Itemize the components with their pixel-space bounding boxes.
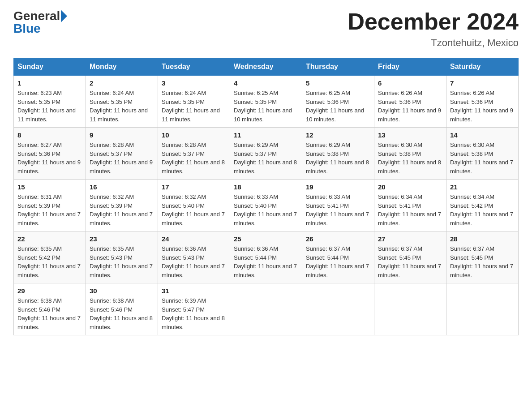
calendar-cell: 20Sunrise: 6:34 AMSunset: 5:41 PMDayligh… <box>374 180 446 231</box>
week-row-2: 8Sunrise: 6:27 AMSunset: 5:36 PMDaylight… <box>14 128 519 180</box>
calendar-cell: 4Sunrise: 6:25 AMSunset: 5:35 PMDaylight… <box>230 76 302 128</box>
day-info: Sunrise: 6:24 AMSunset: 5:35 PMDaylight:… <box>90 89 154 124</box>
day-info: Sunrise: 6:30 AMSunset: 5:38 PMDaylight:… <box>378 141 442 176</box>
day-number: 16 <box>90 183 154 191</box>
calendar-cell: 26Sunrise: 6:37 AMSunset: 5:44 PMDayligh… <box>302 231 374 283</box>
column-header-monday: Monday <box>86 58 158 76</box>
day-info: Sunrise: 6:38 AMSunset: 5:46 PMDaylight:… <box>90 296 154 331</box>
day-number: 18 <box>234 183 298 191</box>
day-number: 13 <box>378 131 442 139</box>
calendar-cell <box>446 283 519 335</box>
day-info: Sunrise: 6:35 AMSunset: 5:42 PMDaylight:… <box>17 244 82 279</box>
day-info: Sunrise: 6:39 AMSunset: 5:47 PMDaylight:… <box>162 296 226 331</box>
logo-blue-text: Blue <box>13 21 41 36</box>
calendar-cell: 15Sunrise: 6:31 AMSunset: 5:39 PMDayligh… <box>14 180 86 231</box>
calendar-cell: 30Sunrise: 6:38 AMSunset: 5:46 PMDayligh… <box>86 283 158 335</box>
calendar-table: SundayMondayTuesdayWednesdayThursdayFrid… <box>13 58 519 335</box>
column-header-saturday: Saturday <box>446 58 519 76</box>
calendar-cell: 5Sunrise: 6:25 AMSunset: 5:36 PMDaylight… <box>302 76 374 128</box>
day-number: 3 <box>162 79 226 87</box>
day-info: Sunrise: 6:25 AMSunset: 5:36 PMDaylight:… <box>306 89 370 124</box>
day-info: Sunrise: 6:38 AMSunset: 5:46 PMDaylight:… <box>17 296 82 331</box>
day-info: Sunrise: 6:34 AMSunset: 5:41 PMDaylight:… <box>378 193 442 227</box>
day-number: 6 <box>378 79 442 87</box>
calendar-cell: 16Sunrise: 6:32 AMSunset: 5:39 PMDayligh… <box>86 180 158 231</box>
day-number: 29 <box>17 287 82 295</box>
calendar-cell: 1Sunrise: 6:23 AMSunset: 5:35 PMDaylight… <box>14 76 86 128</box>
day-info: Sunrise: 6:34 AMSunset: 5:42 PMDaylight:… <box>450 193 515 227</box>
day-number: 21 <box>450 183 515 191</box>
calendar-cell: 12Sunrise: 6:29 AMSunset: 5:38 PMDayligh… <box>302 128 374 180</box>
day-info: Sunrise: 6:36 AMSunset: 5:43 PMDaylight:… <box>162 244 226 279</box>
calendar-cell: 21Sunrise: 6:34 AMSunset: 5:42 PMDayligh… <box>446 180 519 231</box>
calendar-cell: 28Sunrise: 6:37 AMSunset: 5:45 PMDayligh… <box>446 231 519 283</box>
calendar-cell: 19Sunrise: 6:33 AMSunset: 5:41 PMDayligh… <box>302 180 374 231</box>
week-row-3: 15Sunrise: 6:31 AMSunset: 5:39 PMDayligh… <box>14 180 519 231</box>
day-info: Sunrise: 6:23 AMSunset: 5:35 PMDaylight:… <box>17 89 82 124</box>
calendar-cell: 17Sunrise: 6:32 AMSunset: 5:40 PMDayligh… <box>158 180 230 231</box>
calendar-cell: 18Sunrise: 6:33 AMSunset: 5:40 PMDayligh… <box>230 180 302 231</box>
day-info: Sunrise: 6:37 AMSunset: 5:45 PMDaylight:… <box>378 244 442 279</box>
calendar-body: 1Sunrise: 6:23 AMSunset: 5:35 PMDaylight… <box>14 76 519 335</box>
day-info: Sunrise: 6:28 AMSunset: 5:37 PMDaylight:… <box>162 141 226 176</box>
column-header-tuesday: Tuesday <box>158 58 230 76</box>
column-header-thursday: Thursday <box>302 58 374 76</box>
day-info: Sunrise: 6:32 AMSunset: 5:40 PMDaylight:… <box>162 193 226 227</box>
day-info: Sunrise: 6:33 AMSunset: 5:40 PMDaylight:… <box>234 193 298 227</box>
day-info: Sunrise: 6:35 AMSunset: 5:43 PMDaylight:… <box>90 244 154 279</box>
column-header-friday: Friday <box>374 58 446 76</box>
day-number: 1 <box>17 79 82 87</box>
day-number: 17 <box>162 183 226 191</box>
day-info: Sunrise: 6:31 AMSunset: 5:39 PMDaylight:… <box>17 193 82 227</box>
calendar-cell: 2Sunrise: 6:24 AMSunset: 5:35 PMDaylight… <box>86 76 158 128</box>
calendar-cell: 23Sunrise: 6:35 AMSunset: 5:43 PMDayligh… <box>86 231 158 283</box>
day-number: 2 <box>90 79 154 87</box>
calendar-cell <box>374 283 446 335</box>
calendar-cell: 3Sunrise: 6:24 AMSunset: 5:35 PMDaylight… <box>158 76 230 128</box>
day-number: 27 <box>378 235 442 243</box>
day-info: Sunrise: 6:26 AMSunset: 5:36 PMDaylight:… <box>378 89 442 124</box>
day-number: 5 <box>306 79 370 87</box>
day-number: 26 <box>306 235 370 243</box>
calendar-cell: 9Sunrise: 6:28 AMSunset: 5:37 PMDaylight… <box>86 128 158 180</box>
calendar-cell: 25Sunrise: 6:36 AMSunset: 5:44 PMDayligh… <box>230 231 302 283</box>
calendar-cell: 24Sunrise: 6:36 AMSunset: 5:43 PMDayligh… <box>158 231 230 283</box>
day-number: 23 <box>90 235 154 243</box>
calendar-cell: 14Sunrise: 6:30 AMSunset: 5:38 PMDayligh… <box>446 128 519 180</box>
day-info: Sunrise: 6:29 AMSunset: 5:37 PMDaylight:… <box>234 141 298 176</box>
calendar-title: December 2024 <box>348 9 519 34</box>
day-info: Sunrise: 6:24 AMSunset: 5:35 PMDaylight:… <box>162 89 226 124</box>
day-number: 15 <box>17 183 82 191</box>
day-info: Sunrise: 6:25 AMSunset: 5:35 PMDaylight:… <box>234 89 298 124</box>
day-number: 31 <box>162 287 226 295</box>
column-header-wednesday: Wednesday <box>230 58 302 76</box>
day-number: 12 <box>306 131 370 139</box>
calendar-cell: 22Sunrise: 6:35 AMSunset: 5:42 PMDayligh… <box>14 231 86 283</box>
day-info: Sunrise: 6:33 AMSunset: 5:41 PMDaylight:… <box>306 193 370 227</box>
day-number: 14 <box>450 131 515 139</box>
calendar-cell: 10Sunrise: 6:28 AMSunset: 5:37 PMDayligh… <box>158 128 230 180</box>
logo: General Blue <box>13 9 68 36</box>
day-info: Sunrise: 6:30 AMSunset: 5:38 PMDaylight:… <box>450 141 515 176</box>
week-row-1: 1Sunrise: 6:23 AMSunset: 5:35 PMDaylight… <box>14 76 519 128</box>
calendar-cell: 27Sunrise: 6:37 AMSunset: 5:45 PMDayligh… <box>374 231 446 283</box>
day-info: Sunrise: 6:37 AMSunset: 5:44 PMDaylight:… <box>306 244 370 279</box>
day-number: 22 <box>17 235 82 243</box>
calendar-cell <box>230 283 302 335</box>
day-number: 11 <box>234 131 298 139</box>
calendar-cell: 6Sunrise: 6:26 AMSunset: 5:36 PMDaylight… <box>374 76 446 128</box>
day-info: Sunrise: 6:29 AMSunset: 5:38 PMDaylight:… <box>306 141 370 176</box>
day-info: Sunrise: 6:26 AMSunset: 5:36 PMDaylight:… <box>450 89 515 124</box>
week-row-4: 22Sunrise: 6:35 AMSunset: 5:42 PMDayligh… <box>14 231 519 283</box>
day-number: 9 <box>90 131 154 139</box>
week-row-5: 29Sunrise: 6:38 AMSunset: 5:46 PMDayligh… <box>14 283 519 335</box>
day-number: 19 <box>306 183 370 191</box>
logo-arrow-icon <box>61 10 67 22</box>
title-block: December 2024 Tzontehuitz, Mexico <box>348 9 519 49</box>
calendar-cell <box>302 283 374 335</box>
day-number: 10 <box>162 131 226 139</box>
day-info: Sunrise: 6:28 AMSunset: 5:37 PMDaylight:… <box>90 141 154 176</box>
day-number: 30 <box>90 287 154 295</box>
page-header: General Blue December 2024 Tzontehuitz, … <box>13 9 519 49</box>
day-info: Sunrise: 6:36 AMSunset: 5:44 PMDaylight:… <box>234 244 298 279</box>
